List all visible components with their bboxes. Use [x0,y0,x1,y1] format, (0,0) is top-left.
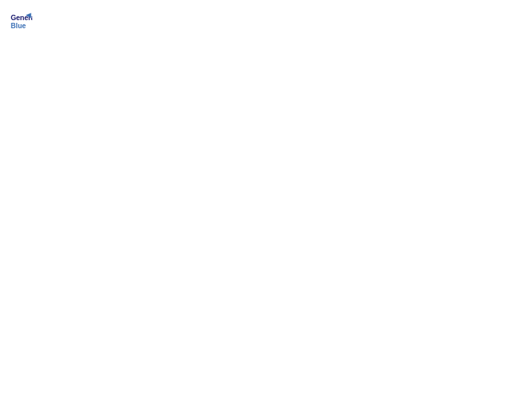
logo-icon: General Blue [11,11,32,32]
page-header: General Blue [11,11,521,32]
svg-text:Blue: Blue [11,22,26,30]
logo: General Blue [11,11,32,32]
